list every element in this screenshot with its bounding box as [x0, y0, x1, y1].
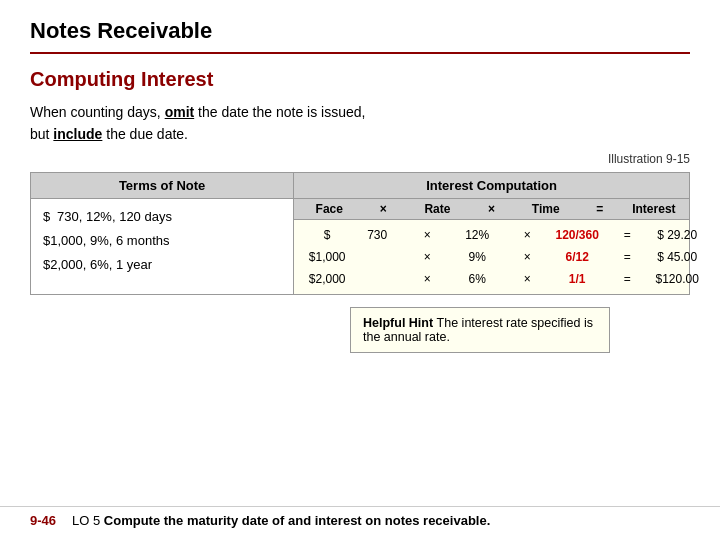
- table-terms-header: Terms of Note: [31, 173, 293, 199]
- footer-text: LO 5 Compute the maturity date of and in…: [72, 513, 490, 528]
- table-interest-header: Interest Computation: [294, 173, 689, 199]
- table-terms-body: $ 730, 12%, 120 days $1,000, 9%, 6 month…: [31, 199, 293, 283]
- footer-lo-prefix: LO 5: [72, 513, 104, 528]
- intro-bold1: omit: [165, 104, 195, 120]
- intro-line2-pre: but: [30, 126, 53, 142]
- hint-label: Helpful Hint: [363, 316, 437, 330]
- table-row: $2,000 × 6% × 1/1 = $120.00: [302, 268, 681, 290]
- footer: 9-46 LO 5 Compute the maturity date of a…: [0, 506, 720, 528]
- table-row: $ 730 × 12% × 120/360 = $ 29.20: [302, 224, 681, 246]
- footer-number: 9-46: [30, 513, 56, 528]
- page-title: Notes Receivable: [30, 18, 690, 54]
- table-interest: Interest Computation Face × Rate × Time …: [294, 173, 689, 295]
- intro-mid: the date the note is issued,: [194, 104, 365, 120]
- intro-bold2: include: [53, 126, 102, 142]
- table-terms: Terms of Note $ 730, 12%, 120 days $1,00…: [31, 173, 294, 295]
- section-title: Computing Interest: [30, 68, 690, 91]
- table-row: $1,000 × 9% × 6/12 = $ 45.00: [302, 246, 681, 268]
- intro-line2-post: the due date.: [102, 126, 188, 142]
- table-subheader: Face × Rate × Time = Interest: [294, 199, 689, 220]
- footer-lo-bold: Compute the maturity date of and interes…: [104, 513, 490, 528]
- hint-box: Helpful Hint The interest rate specified…: [350, 307, 610, 353]
- table-data-rows: $ 730 × 12% × 120/360 = $ 29.20 $1,000 ×…: [294, 220, 689, 295]
- intro-pre: When counting days,: [30, 104, 165, 120]
- illustration-label: Illustration 9-15: [30, 152, 690, 166]
- main-table: Terms of Note $ 730, 12%, 120 days $1,00…: [30, 172, 690, 296]
- intro-text: When counting days, omit the date the no…: [30, 101, 690, 146]
